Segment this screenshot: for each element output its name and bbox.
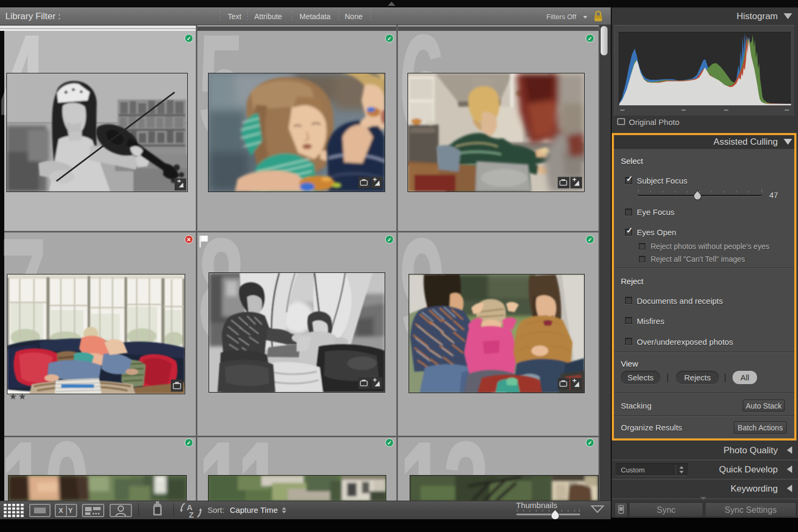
svg-text:Z: Z xyxy=(189,510,194,518)
